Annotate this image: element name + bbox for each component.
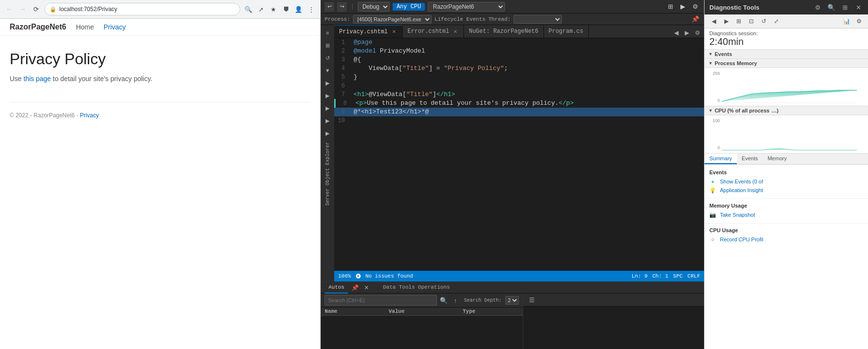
autos-search-btn[interactable]: 🔍 [439,295,448,305]
tab-scroll-left[interactable]: ◀ [671,28,681,38]
refresh-button[interactable]: ⟳ [31,4,41,14]
run-icon[interactable]: ▶ [678,2,688,12]
ch-status: Ch: 1 [652,273,668,279]
more-icon[interactable]: ⋮ [306,4,316,14]
diag-events-section[interactable]: ▼ Events [705,50,868,59]
expand3-btn[interactable]: ▶ [322,102,333,114]
diag-tab-memory[interactable]: Memory [763,154,792,164]
tab-data-tools[interactable]: Data Tools Operations [379,282,454,293]
cpu-label: Any CPU [393,3,424,11]
search-depth-select[interactable]: 2 [505,296,519,305]
show-events-text[interactable]: Show Events (0 of [720,179,763,184]
site-logo: RazorPageNet6 [10,23,66,31]
expand4-btn[interactable]: ▶ [322,115,333,126]
nav-privacy[interactable]: Privacy [104,23,126,31]
cpu-section-label: CPU (% of all process [715,108,770,113]
diag-tool-4[interactable]: ⊡ [746,16,757,27]
vs-titlebar: ↩ ↪ | Debug Any CPU RazorPageNet6 ⊞ ▶ ⚙ [321,0,704,14]
favorites-icon[interactable]: ★ [268,4,279,14]
solution-dropdown[interactable]: RazorPageNet6 [428,2,505,12]
browser-tools: 🔍 ➚ ★ ⛊ 👤 ⋮ [243,4,316,14]
nav-home[interactable]: Home [76,23,94,31]
thread-dropdown[interactable] [514,15,562,24]
code-line-10: 10 [334,116,704,125]
diag-tool-1[interactable]: ◀ [708,16,719,27]
server-object-explorer-label: Server Object Explorer [324,140,331,208]
debug-dropdown[interactable]: Debug [358,2,390,12]
vs-left-strip: ≡ ⊞ ↺ ▼ ▶ ▶ ▶ ▶ ▶ Server Object Explorer [321,25,334,281]
process-memory-chart: 256 0 [705,68,868,106]
tab-error-close[interactable]: ✕ [452,28,459,35]
autos-up-btn[interactable]: ↑ [450,295,460,305]
down-btn[interactable]: ▼ [322,65,333,76]
process-dropdown[interactable]: [4500] RazorPageNet6.exe [353,15,432,24]
diag-tab-summary[interactable]: Summary [705,154,737,164]
tab-scroll-right[interactable]: ▶ [682,28,692,38]
diag-tool-2[interactable]: ▶ [721,16,732,27]
vs-tabs: Privacy.cshtml ✕ Error.cshtml ✕ NuGet: R… [334,25,704,38]
filter-btn[interactable]: ⊞ [322,40,333,51]
desc-text-1: Use [10,75,24,83]
process-label: Process: [325,16,350,22]
tab-program-cs[interactable]: Program.cs [544,25,589,38]
redo-button[interactable]: ↪ [337,2,347,12]
diag-search-icon[interactable]: 🔍 [827,2,836,12]
diag-tool-3[interactable]: ⊞ [733,16,744,27]
code-line-4: 4 ViewData["Title"] = "Privacy Policy"; [334,64,704,73]
footer-link[interactable]: Privacy [80,112,99,119]
forward-button[interactable]: → [17,4,28,14]
diag-tool-6[interactable]: ⤢ [771,16,782,27]
diag-tool-8[interactable]: ⚙ [854,16,864,27]
diag-cpu-section[interactable]: ▼ CPU (% of all process …) [705,106,868,115]
address-bar[interactable]: 🔒 localhost:7052/Privacy [44,3,240,15]
pin-icon[interactable]: 📌 [691,14,700,24]
share-icon[interactable]: ➚ [256,4,266,14]
tab-privacy-cshtml[interactable]: Privacy.cshtml ✕ [334,25,403,38]
diag-title: Diagnostic Tools [709,4,760,11]
extensions-icon[interactable]: ⛊ [281,4,291,14]
back-button[interactable]: ← [4,4,14,14]
app-insight-text[interactable]: Application Insight [720,187,763,193]
footer-text: © 2022 - RazorPageNet6 - [10,112,80,119]
summary-events-title: Events [709,169,863,175]
diag-close-icon[interactable]: ✕ [854,2,863,12]
code-line-2: 2 @model PrivacyModel [334,47,704,56]
undo-button[interactable]: ↩ [325,2,334,12]
autos-close-btn[interactable]: ✕ [362,283,371,293]
diag-settings-icon[interactable]: ⚙ [813,2,823,12]
code-line-9: 9 @*<h1>Test123</h1>*@ [334,108,704,116]
layout-icon[interactable]: ⊞ [665,2,675,12]
tab-autos[interactable]: Autos [325,282,348,293]
expand2-btn[interactable]: ▶ [322,90,333,101]
summary-memory-title: Memory Usage [709,203,863,209]
tab-error-cshtml[interactable]: Error.cshtml ✕ [403,25,464,38]
datatools-clear-btn[interactable]: ☰ [527,295,537,305]
diag-process-memory-section[interactable]: ▼ Process Memory [705,59,868,68]
collapse-all-btn[interactable]: ≡ [322,27,333,39]
code-line-7: 7 <h1>@ViewData["Title"]</h1> [334,90,704,99]
search-strip-icon[interactable]: ▶ [322,127,333,139]
vs-editor[interactable]: 1 @page 2 @model PrivacyModel 3 @{ 4 Vie… [334,38,704,271]
autos-search-input[interactable] [325,295,437,306]
expand-btn[interactable]: ▶ [322,77,333,89]
diag-expand-icon[interactable]: ⊞ [840,2,850,12]
memory-chart-svg [722,70,868,104]
tab-privacy-close[interactable]: ✕ [391,28,397,35]
take-snapshot-text[interactable]: Take Snapshot [720,212,755,218]
tab-settings-btn[interactable]: ⚙ [692,28,702,38]
profile-icon[interactable]: 👤 [293,4,304,14]
summary-memory-section: Memory Usage 📷 Take Snapshot [705,201,868,221]
refresh-btn[interactable]: ↺ [322,52,333,64]
diag-tool-7[interactable]: 📊 [841,16,852,27]
settings-icon[interactable]: ⚙ [691,2,700,12]
search-icon[interactable]: 🔍 [243,4,254,14]
autos-pin-btn[interactable]: 📌 [350,283,360,293]
tab-privacy-label: Privacy.cshtml [339,28,388,35]
datatools-content [523,307,704,349]
desc-link[interactable]: this page [24,75,51,83]
diag-tab-events[interactable]: Events [737,154,763,164]
diag-tool-5[interactable]: ↺ [759,16,769,27]
record-cpu-text[interactable]: Record CPU Profil [720,237,763,242]
tab-nuget[interactable]: NuGet: RazorPageNet6 [464,25,543,38]
crlf-status: CRLF [688,273,700,279]
